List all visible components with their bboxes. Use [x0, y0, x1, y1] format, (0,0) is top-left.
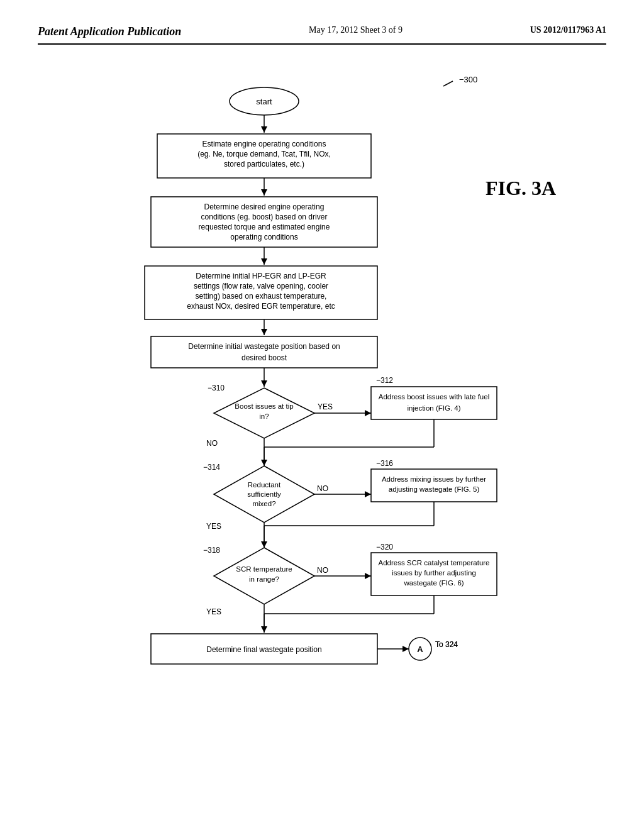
- node-320-line2: issues by further adjusting: [392, 569, 476, 577]
- node-314-line1: Reductant: [248, 481, 281, 489]
- node-314-line3: mixed?: [252, 500, 275, 507]
- node-312-line1: Address boost issues with late fuel: [379, 393, 489, 401]
- patent-page: Patent Application Publication May 17, 2…: [0, 0, 644, 830]
- node-310-line1: Boost issues at tip: [235, 402, 293, 410]
- node-316-line1: Address mixing issues by further: [382, 475, 486, 483]
- diagram-area: FIG. 3A −300 start −302 Estimate engine …: [38, 64, 606, 787]
- header-title: Patent Application Publication: [38, 25, 181, 38]
- node-306-line3: setting) based on exhaust temperature,: [196, 292, 327, 301]
- svg-text:To 324: To 324: [435, 640, 458, 649]
- ref-316: −316: [376, 459, 393, 468]
- ref-312: −312: [376, 376, 393, 385]
- yes-label-314: YES: [206, 522, 221, 531]
- svg-marker-18: [365, 410, 371, 416]
- node-302-line3: stored particulates, etc.): [224, 160, 304, 169]
- yes-label-318: YES: [206, 607, 221, 616]
- ref-300: −300: [459, 75, 477, 84]
- page-header: Patent Application Publication May 17, 2…: [38, 25, 606, 45]
- node-304-line4: operating conditions: [230, 233, 297, 241]
- svg-marker-27: [365, 491, 371, 497]
- start-label: start: [256, 97, 272, 106]
- node-320-line3: wastegate (FIG. 6): [403, 579, 464, 587]
- node-318-line1: SCR temperature: [236, 565, 292, 573]
- svg-marker-6: [261, 189, 267, 196]
- svg-marker-15: [261, 380, 267, 387]
- node-308-line2: desired boost: [242, 353, 287, 362]
- node-302-line2: (eg. Ne, torque demand, Tcat, Tfil, NOx,: [197, 150, 331, 158]
- svg-marker-3: [261, 126, 267, 133]
- svg-rect-13: [151, 336, 377, 368]
- yes-label-310: YES: [318, 402, 333, 411]
- node-318-line2: in range?: [249, 575, 279, 583]
- node-306-line1: Determine initial HP-EGR and LP-EGR: [196, 272, 326, 280]
- svg-marker-45: [402, 646, 409, 652]
- svg-marker-12: [261, 329, 267, 335]
- node-302-line1: Estimate engine operating conditions: [203, 140, 326, 148]
- no-label-318: NO: [317, 566, 328, 575]
- node-304-line2: conditions (eg. boost) based on driver: [201, 213, 328, 221]
- node-320-line1: Address SCR catalyst temperature: [378, 559, 489, 567]
- node-306-line2: settings (flow rate, valve opening, cool…: [194, 282, 328, 290]
- header-patent-number: US 2012/0117963 A1: [530, 25, 606, 35]
- node-306-line4: exhaust NOx, desired EGR temperature, et…: [187, 302, 335, 311]
- node-308-line1: Determine initial wastegate position bas…: [188, 342, 340, 351]
- node-322-line1: Determine final wastegate position: [206, 645, 321, 654]
- circle-a: A: [417, 645, 423, 654]
- node-314-line2: sufficiently: [247, 490, 281, 498]
- node-310-line2: in?: [259, 412, 269, 420]
- ref-310: −310: [208, 384, 225, 392]
- node-316-line2: adjusting wastegate (FIG. 5): [389, 485, 480, 493]
- node-304-line1: Determine desired engine operating: [204, 202, 325, 211]
- svg-line-0: [443, 81, 453, 86]
- header-date-sheet: May 17, 2012 Sheet 3 of 9: [309, 25, 402, 35]
- no-label-310: NO: [206, 439, 218, 448]
- ref-318: −318: [203, 546, 220, 555]
- node-312-line2: injection (FIG. 4): [408, 404, 461, 412]
- svg-rect-19: [371, 387, 497, 419]
- node-304-line3: requested torque and estimated engine: [199, 223, 330, 231]
- flowchart-svg: −300 start −302 Estimate engine operatin…: [69, 64, 509, 787]
- ref-314: −314: [203, 463, 220, 472]
- svg-marker-9: [261, 258, 267, 265]
- no-label-314: NO: [317, 484, 328, 493]
- ref-320: −320: [376, 543, 393, 551]
- svg-marker-36: [365, 573, 371, 579]
